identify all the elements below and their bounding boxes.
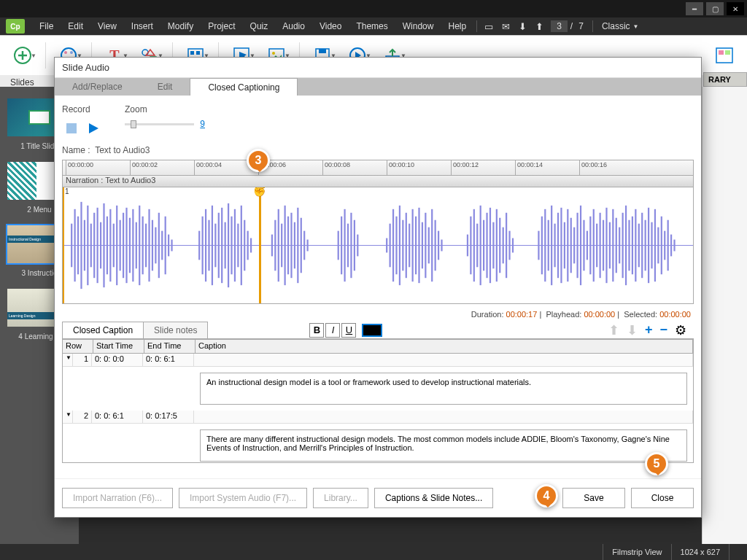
maximize-button[interactable]: ▢ — [706, 2, 724, 15]
menu-edit[interactable]: Edit — [61, 21, 90, 31]
svg-rect-145 — [589, 217, 591, 275]
menu-video[interactable]: Video — [312, 21, 349, 31]
menubar: Cp File Edit View Insert Modify Project … — [0, 18, 747, 35]
svg-rect-80 — [281, 224, 282, 268]
svg-rect-29 — [74, 209, 76, 281]
svg-rect-157 — [628, 220, 630, 271]
svg-rect-85 — [297, 208, 298, 283]
svg-rect-124 — [499, 218, 500, 273]
zoom-slider[interactable]: 9 — [125, 119, 205, 129]
bold-button[interactable]: B — [309, 323, 324, 338]
svg-rect-97 — [390, 224, 391, 268]
menu-window[interactable]: Window — [395, 21, 441, 31]
right-panel — [702, 87, 747, 544]
svg-rect-59 — [171, 240, 172, 252]
assets-button[interactable] — [708, 42, 741, 69]
menu-modify[interactable]: Modify — [160, 21, 201, 31]
tab-add-replace[interactable]: Add/Replace — [55, 78, 140, 96]
svg-rect-54 — [155, 228, 156, 264]
menu-file[interactable]: File — [32, 21, 61, 31]
stop-button[interactable] — [62, 119, 81, 138]
captions-slide-notes-button[interactable]: Captions & Slide Notes... — [374, 488, 493, 508]
svg-rect-114 — [467, 235, 468, 257]
playhead-marker[interactable] — [259, 187, 261, 303]
move-up-icon[interactable]: ⬆ — [608, 322, 619, 338]
menu-themes[interactable]: Themes — [349, 21, 395, 31]
menu-audio[interactable]: Audio — [275, 21, 312, 31]
play-button[interactable] — [84, 119, 103, 138]
preview-icon[interactable]: ▭ — [480, 21, 498, 32]
move-down-icon[interactable]: ⬇ — [627, 322, 638, 338]
import-system-audio-button[interactable]: Import System Audio (F7)... — [179, 488, 307, 508]
svg-rect-33 — [87, 206, 88, 285]
svg-rect-53 — [152, 220, 153, 271]
underline-button[interactable]: U — [341, 323, 356, 338]
start-marker[interactable] — [63, 187, 64, 303]
remove-caption-icon[interactable]: − — [659, 322, 667, 338]
callout-4: 4 — [535, 484, 558, 508]
close-button[interactable]: Close — [631, 488, 694, 508]
svg-rect-101 — [402, 220, 403, 271]
mail-icon[interactable]: ✉ — [498, 21, 514, 32]
download-icon[interactable]: ⬇ — [514, 21, 531, 32]
svg-rect-123 — [496, 209, 498, 281]
caption-row-2[interactable]: ▼2 0: 0: 6:1 0: 0:17:5 — [63, 411, 693, 424]
svg-rect-133 — [551, 206, 552, 285]
import-narration-button[interactable]: Import Narration (F6)... — [62, 488, 173, 508]
svg-rect-92 — [347, 224, 349, 268]
menu-project[interactable]: Project — [201, 21, 242, 31]
add-caption-icon[interactable]: + — [645, 322, 653, 338]
page-current[interactable]: 3 — [551, 20, 568, 32]
italic-button[interactable]: I — [325, 323, 340, 338]
svg-rect-117 — [476, 224, 478, 268]
svg-rect-58 — [168, 235, 169, 257]
svg-rect-42 — [116, 206, 117, 285]
svg-rect-64 — [212, 206, 213, 285]
svg-rect-141 — [576, 213, 578, 278]
settings-icon[interactable]: ⚙ — [675, 322, 686, 338]
workspace-dropdown[interactable]: Classic ▼ — [596, 21, 645, 31]
svg-rect-125 — [503, 228, 504, 264]
svg-rect-88 — [307, 240, 309, 252]
caption-row-1[interactable]: ▼1 0: 0: 0:0 0: 0: 6:1 — [63, 354, 693, 367]
zoom-label: Zoom — [125, 104, 205, 114]
svg-rect-109 — [428, 228, 430, 264]
minimize-button[interactable]: ━ — [686, 2, 703, 15]
svg-rect-24 — [725, 50, 730, 55]
svg-rect-69 — [228, 203, 229, 287]
svg-rect-95 — [357, 235, 358, 257]
text-color-button[interactable] — [362, 324, 382, 337]
menu-quiz[interactable]: Quiz — [243, 21, 276, 31]
library-button[interactable]: Library... — [313, 488, 368, 508]
svg-rect-143 — [583, 220, 584, 271]
svg-rect-166 — [657, 228, 659, 264]
svg-rect-160 — [638, 224, 640, 268]
svg-rect-156 — [625, 206, 627, 285]
waveform[interactable]: 1 ✊ — [62, 187, 694, 304]
tab-closed-captioning[interactable]: Closed Captioning — [190, 78, 298, 96]
upload-icon[interactable]: ⬆ — [531, 21, 548, 32]
caption-text-1[interactable]: An instructional design model is a tool … — [200, 373, 687, 405]
svg-rect-106 — [418, 208, 419, 283]
zoom-value[interactable]: 9 — [200, 119, 205, 129]
menu-view[interactable]: View — [90, 21, 124, 31]
add-slide-button[interactable]: ▼ — [6, 42, 39, 69]
svg-rect-151 — [609, 222, 611, 269]
svg-rect-49 — [139, 206, 140, 285]
svg-point-15 — [272, 52, 275, 55]
svg-rect-36 — [97, 208, 98, 283]
page-total: 7 — [573, 21, 589, 31]
svg-rect-73 — [241, 206, 242, 285]
caption-text-2[interactable]: There are many different instructional d… — [200, 429, 687, 462]
tab-slide-notes[interactable]: Slide notes — [143, 322, 208, 338]
close-button[interactable]: ✕ — [727, 2, 744, 15]
svg-rect-72 — [237, 224, 239, 268]
timeline-ruler[interactable]: 00:00:00 00:00:02 00:00:04 00:00:06 00:0… — [62, 160, 694, 176]
menu-help[interactable]: Help — [441, 21, 473, 31]
svg-rect-89 — [338, 231, 339, 260]
tab-closed-caption[interactable]: Closed Caption — [62, 322, 144, 338]
menu-insert[interactable]: Insert — [124, 21, 160, 31]
save-button[interactable]: Save — [562, 488, 625, 508]
svg-rect-121 — [489, 208, 491, 283]
tab-edit[interactable]: Edit — [140, 78, 190, 96]
